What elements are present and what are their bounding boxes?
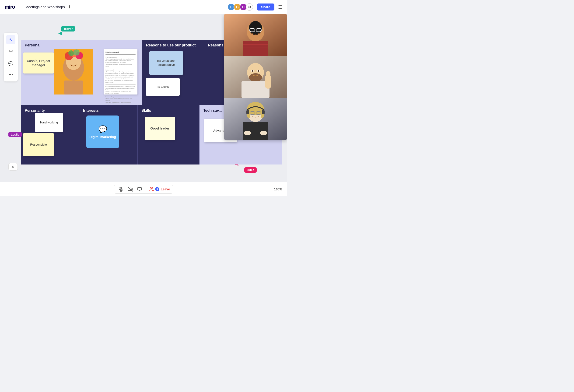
miro-logo: miro bbox=[5, 4, 15, 10]
visual-sticky[interactable]: It's visual and collaborative bbox=[149, 51, 183, 75]
svg-rect-48 bbox=[137, 187, 141, 190]
personality-section: Personality Hard working Responsible bbox=[21, 105, 79, 165]
svg-rect-8 bbox=[64, 81, 83, 95]
responsible-text: Responsible bbox=[30, 143, 47, 147]
more-tools[interactable]: ••• bbox=[6, 70, 15, 79]
mic-button[interactable] bbox=[117, 186, 124, 192]
jules-label-text: Jules bbox=[247, 168, 254, 172]
zoom-level: 100% bbox=[274, 187, 282, 191]
participant-count-badge: 3 bbox=[155, 187, 159, 191]
goodleader-sticky[interactable]: Good leader bbox=[145, 117, 175, 140]
hardworking-text: Hard working bbox=[40, 121, 58, 124]
chat-icon: 💬 bbox=[99, 125, 107, 133]
leave-label: Leave bbox=[161, 187, 170, 191]
bottom-bar: » bbox=[0, 182, 287, 196]
svg-point-7 bbox=[74, 49, 80, 56]
svg-point-42 bbox=[244, 131, 251, 135]
persona-document: Solution research Week 01/22 Education •… bbox=[103, 49, 137, 95]
video-frame-1 bbox=[224, 14, 287, 56]
camera-button[interactable] bbox=[126, 186, 134, 192]
sidebar: ↖ ▭ 💬 ••• bbox=[4, 33, 18, 82]
responsible-sticky[interactable]: Responsible bbox=[23, 133, 54, 156]
digital-text: Digital marketing bbox=[89, 135, 116, 139]
video-frame-2 bbox=[224, 56, 287, 98]
svg-point-6 bbox=[68, 50, 74, 56]
persona-title: Persona bbox=[25, 43, 138, 48]
header-right: F G H +3 Share ☰ bbox=[227, 3, 282, 11]
interests-title: Interests bbox=[83, 108, 134, 113]
toolkit-text: Its toolkit bbox=[157, 85, 169, 89]
skills-title: Skills bbox=[141, 108, 196, 113]
leave-button[interactable]: 3 Leave bbox=[149, 187, 170, 192]
svg-point-12 bbox=[249, 21, 262, 35]
controls-divider bbox=[146, 187, 146, 192]
digital-marketing-card[interactable]: 💬 Digital marketing bbox=[86, 116, 119, 148]
cassie-sticky[interactable]: Cassie, Project manager bbox=[23, 53, 54, 74]
cassie-label: Cassie, Project manager bbox=[26, 59, 51, 67]
interests-section: Interests 💬 Digital marketing bbox=[79, 105, 138, 165]
svg-point-25 bbox=[252, 70, 253, 72]
menu-button[interactable]: ☰ bbox=[278, 4, 282, 10]
svg-point-49 bbox=[150, 187, 152, 189]
svg-point-29 bbox=[266, 71, 270, 78]
sidebar-divider bbox=[7, 57, 15, 57]
personality-title: Personality bbox=[25, 108, 75, 113]
avatar-group: F G H +3 bbox=[227, 3, 253, 11]
cursor-tool[interactable]: ↖ bbox=[6, 35, 15, 44]
skills-section: Skills Good leader bbox=[138, 105, 200, 165]
canvas: ↖ ▭ 💬 ••• Trevor Leslie Jules Persona Ca… bbox=[0, 14, 287, 182]
doc-body: Week 01/22 Education • Define a quick qu… bbox=[105, 57, 136, 67]
toolkit-sticky[interactable]: Its toolkit bbox=[146, 78, 180, 96]
reasons-section: Reasons to use our product It's visual a… bbox=[142, 40, 204, 105]
share-button[interactable]: Share bbox=[257, 3, 274, 11]
svg-rect-39 bbox=[246, 110, 249, 114]
jules-cursor-label: Jules bbox=[244, 167, 257, 173]
trevor-label-text: Trevor bbox=[63, 27, 73, 31]
persona-photo bbox=[54, 49, 93, 95]
bottom-controls: 3 Leave bbox=[114, 185, 174, 194]
svg-point-43 bbox=[260, 131, 267, 135]
sticky-tool[interactable]: ▭ bbox=[6, 46, 15, 55]
reasons-title: Reasons to use our product bbox=[146, 43, 200, 48]
leslie-label-text: Leslie bbox=[11, 133, 19, 136]
svg-point-26 bbox=[258, 70, 259, 72]
leslie-cursor-label: Leslie bbox=[8, 132, 22, 137]
svg-rect-16 bbox=[243, 41, 268, 56]
upload-button[interactable]: ⬆ bbox=[68, 4, 71, 10]
svg-rect-40 bbox=[262, 110, 265, 114]
board-title: Meetings and Workshops bbox=[25, 5, 65, 9]
video-panel bbox=[224, 14, 287, 140]
svg-point-22 bbox=[249, 73, 262, 82]
comment-tool[interactable]: 💬 bbox=[6, 59, 15, 68]
video-frame-3 bbox=[224, 98, 287, 140]
doc-title: Solution research bbox=[105, 51, 136, 53]
persona-section: Persona Cassie, Project manager bbox=[21, 40, 142, 105]
goodleader-text: Good leader bbox=[150, 126, 169, 130]
hardworking-sticky[interactable]: Hard working bbox=[35, 113, 63, 132]
visual-text: It's visual and collaborative bbox=[152, 59, 181, 67]
avatar-count[interactable]: +3 bbox=[246, 3, 253, 11]
trevor-cursor-label: Trevor bbox=[61, 26, 75, 32]
header-divider bbox=[22, 4, 22, 10]
trevor-cursor-arrow bbox=[58, 31, 64, 36]
collapse-sidebar-button[interactable]: » bbox=[8, 163, 18, 171]
header: miro Meetings and Workshops ⬆ F G H +3 S… bbox=[0, 0, 287, 14]
screen-share-button[interactable] bbox=[136, 186, 143, 192]
doc-goal: Goal of research • Define the critical p… bbox=[105, 69, 136, 83]
